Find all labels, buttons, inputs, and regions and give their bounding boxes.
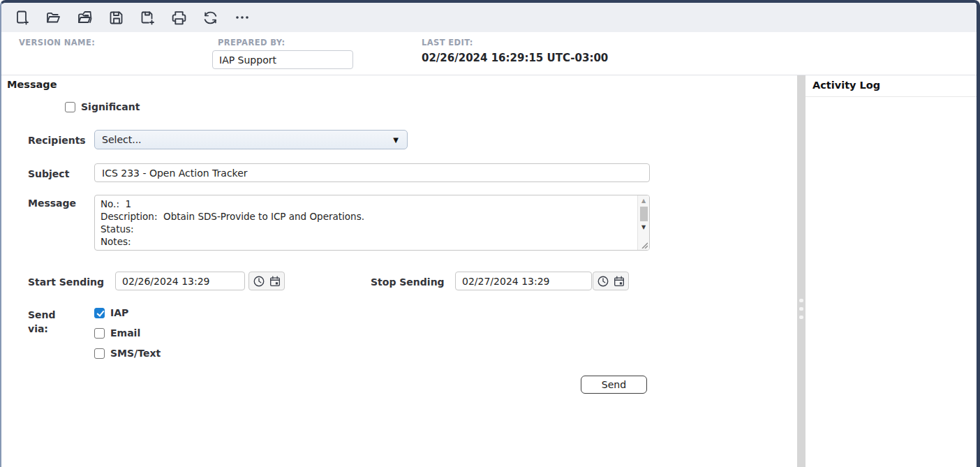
stop-time-clock-icon[interactable]: [595, 273, 611, 289]
recipients-selected-value: Select...: [102, 134, 393, 145]
scroll-up-icon[interactable]: ▲: [638, 195, 649, 206]
stop-sending-label: Stop Sending: [371, 276, 445, 288]
subject-input[interactable]: [94, 163, 650, 182]
more-icon[interactable]: [230, 6, 253, 29]
panel-resize-handle[interactable]: [797, 75, 805, 467]
new-document-icon[interactable]: [10, 6, 34, 29]
subject-label: Subject: [28, 168, 69, 179]
version-header: VERSION NAME: PREPARED BY: LAST EDIT: 02…: [1, 32, 977, 75]
send-via-iap-label: IAP: [110, 307, 128, 318]
send-via-label: Send via:: [28, 308, 71, 336]
activity-log-title: Activity Log: [805, 75, 977, 97]
send-button[interactable]: Send: [581, 376, 647, 394]
prepared-by-label: PREPARED BY:: [218, 38, 285, 47]
save-as-icon[interactable]: [136, 6, 159, 29]
section-title: Message: [7, 79, 57, 90]
start-sending-input[interactable]: [115, 272, 245, 290]
prepared-by-input[interactable]: [212, 50, 353, 69]
message-textarea[interactable]: No.: 1 Description: Obtain SDS-Provide t…: [94, 195, 650, 251]
start-time-clock-icon[interactable]: [251, 273, 267, 289]
save-icon[interactable]: [105, 6, 128, 29]
grip-dot: [799, 316, 803, 319]
send-via-email-checkbox[interactable]: [94, 328, 105, 339]
significant-checkbox[interactable]: [65, 102, 75, 112]
send-via-email-label: Email: [110, 327, 140, 339]
send-via-sms-label: SMS/Text: [110, 348, 161, 359]
message-scrollbar[interactable]: ▲ ▼: [637, 195, 649, 250]
stop-sending-input[interactable]: [455, 272, 592, 290]
send-via-iap-checkbox[interactable]: [94, 308, 105, 318]
refresh-icon[interactable]: [199, 6, 222, 29]
last-edit-value: 02/26/2024 16:29:15 UTC-03:00: [422, 52, 608, 64]
open-file-icon[interactable]: [73, 6, 96, 29]
recipients-label: Recipients: [28, 135, 86, 146]
grip-dot: [799, 299, 803, 302]
recipients-select[interactable]: Select... ▼: [94, 130, 408, 149]
last-edit-label: LAST EDIT:: [422, 38, 473, 47]
start-sending-label: Start Sending: [28, 276, 104, 288]
toolbar: [1, 3, 977, 32]
message-label: Message: [28, 198, 76, 209]
send-via-sms-checkbox[interactable]: [94, 348, 105, 359]
app-window: VERSION NAME: PREPARED BY: LAST EDIT: 02…: [0, 0, 980, 467]
version-name-label: VERSION NAME:: [19, 38, 95, 47]
scroll-down-icon[interactable]: ▼: [638, 222, 649, 232]
print-icon[interactable]: [168, 6, 191, 29]
activity-log-panel: Activity Log: [805, 75, 977, 467]
message-text[interactable]: No.: 1 Description: Obtain SDS-Provide t…: [95, 195, 637, 250]
open-folder-icon[interactable]: [42, 6, 65, 29]
resize-grip-icon[interactable]: [638, 240, 649, 250]
stop-date-calendar-icon[interactable]: [611, 273, 627, 289]
start-date-calendar-icon[interactable]: [267, 273, 283, 289]
significant-label: Significant: [81, 101, 140, 112]
grip-dot: [799, 307, 803, 311]
message-form: Message Significant Recipients Select...…: [1, 75, 797, 467]
chevron-down-icon: ▼: [393, 136, 399, 144]
scroll-thumb[interactable]: [640, 207, 648, 221]
